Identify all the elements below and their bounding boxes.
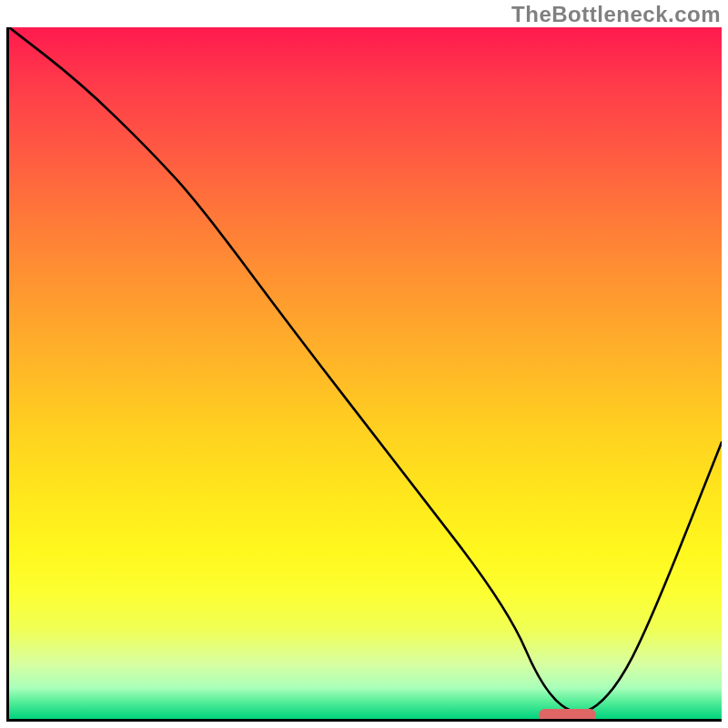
- curve-path: [9, 27, 722, 712]
- watermark-text: TheBottleneck.com: [511, 2, 721, 27]
- bottleneck-curve: [9, 27, 722, 719]
- watermark-container: TheBottleneck.com: [511, 0, 721, 27]
- chart-container: TheBottleneck.com: [0, 0, 728, 728]
- plot-area: [6, 27, 722, 722]
- optimal-marker: [539, 709, 596, 722]
